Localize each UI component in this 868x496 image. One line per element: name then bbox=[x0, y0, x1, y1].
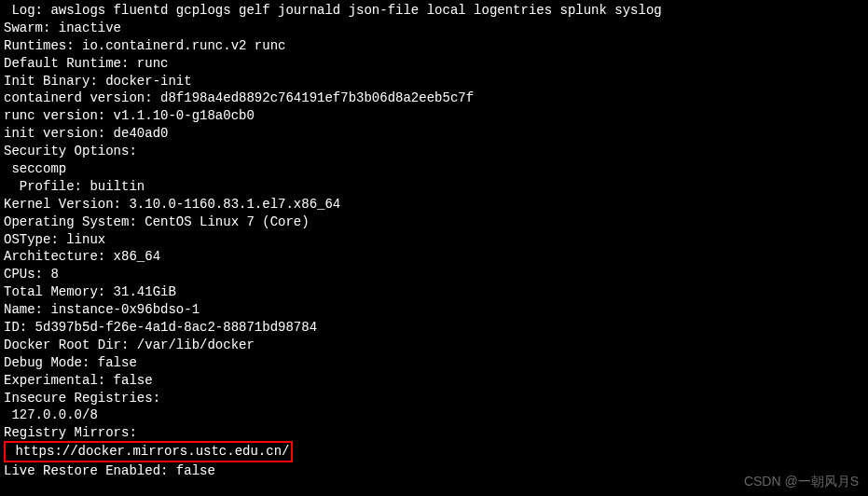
terminal-line-registry-mirrors: Registry Mirrors: bbox=[4, 424, 864, 442]
terminal-line-kernel-version: Kernel Version: 3.10.0-1160.83.1.el7.x86… bbox=[4, 196, 864, 214]
terminal-line-cpus: CPUs: 8 bbox=[4, 266, 864, 283]
terminal-line-total-memory: Total Memory: 31.41GiB bbox=[4, 283, 864, 301]
terminal-line-default-runtime: Default Runtime: runc bbox=[4, 55, 864, 73]
terminal-line-experimental: Experimental: false bbox=[4, 372, 864, 390]
terminal-line-name: Name: instance-0x96bdso-1 bbox=[4, 301, 864, 319]
terminal-line-seccomp: seccomp bbox=[4, 160, 864, 178]
highlight-box: https://docker.mirrors.ustc.edu.cn/ bbox=[4, 441, 293, 462]
terminal-line-debug-mode: Debug Mode: false bbox=[4, 354, 864, 372]
terminal-line-security-options: Security Options: bbox=[4, 143, 864, 160]
terminal-line-mirror-url-wrapper: https://docker.mirrors.ustc.edu.cn/ bbox=[4, 442, 864, 462]
terminal-line-runc-version: runc version: v1.1.10-0-g18a0cb0 bbox=[4, 107, 864, 125]
terminal-line-ostype: OSType: linux bbox=[4, 231, 864, 249]
terminal-line-swarm: Swarm: inactive bbox=[4, 20, 864, 37]
terminal-line-insecure-entry: 127.0.0.0/8 bbox=[4, 406, 864, 424]
terminal-line-live-restore: Live Restore Enabled: false bbox=[4, 462, 864, 480]
terminal-line-architecture: Architecture: x86_64 bbox=[4, 248, 864, 266]
watermark: CSDN @一朝风月S bbox=[744, 473, 859, 490]
terminal-line-init-binary: Init Binary: docker-init bbox=[4, 73, 864, 90]
terminal-blank-line bbox=[4, 480, 864, 496]
terminal-line-init-version: init version: de40ad0 bbox=[4, 125, 864, 143]
terminal-line-containerd-version: containerd version: d8f198a4ed8892c76419… bbox=[4, 90, 864, 107]
terminal-line-log: Log: awslogs fluentd gcplogs gelf journa… bbox=[4, 2, 864, 20]
terminal-line-docker-root-dir: Docker Root Dir: /var/lib/docker bbox=[4, 337, 864, 354]
terminal-line-insecure-registries: Insecure Registries: bbox=[4, 390, 864, 407]
terminal-line-profile: Profile: builtin bbox=[4, 178, 864, 196]
terminal-line-operating-system: Operating System: CentOS Linux 7 (Core) bbox=[4, 214, 864, 231]
terminal-line-id: ID: 5d397b5d-f26e-4a1d-8ac2-88871bd98784 bbox=[4, 319, 864, 337]
terminal-line-runtimes: Runtimes: io.containerd.runc.v2 runc bbox=[4, 37, 864, 55]
